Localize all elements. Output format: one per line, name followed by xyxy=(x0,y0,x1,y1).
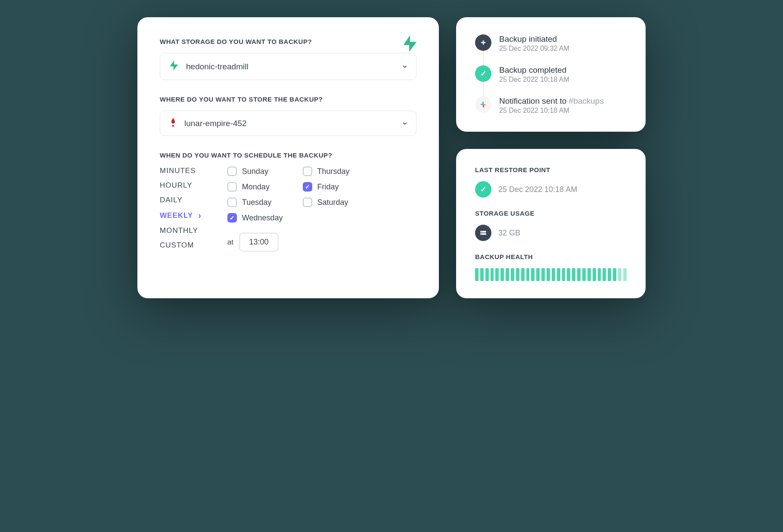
health-bar xyxy=(475,268,627,281)
restore-point-value: 25 Dec 2022 10:18 AM xyxy=(498,185,577,194)
disk-icon xyxy=(475,225,491,241)
at-label: at xyxy=(227,238,233,247)
day-label: Saturday xyxy=(317,198,348,207)
checkbox-icon xyxy=(227,167,237,176)
timeline-title: Backup completed xyxy=(499,65,569,75)
day-label: Sunday xyxy=(242,167,268,176)
day-thursday[interactable]: Thursday xyxy=(303,167,358,176)
day-label: Thursday xyxy=(317,167,350,176)
day-sunday[interactable]: Sunday xyxy=(227,167,283,176)
storage-select-value: hedonic-treadmill xyxy=(186,62,395,71)
frequency-minutes[interactable]: MINUTES xyxy=(160,167,202,175)
check-icon: ✓ xyxy=(475,65,491,82)
backup-config-card: WHAT STORAGE DO YOU WANT TO BACKUP? hedo… xyxy=(137,17,439,298)
day-picker: Sunday Thursday Monday Friday Tuesday xyxy=(227,167,358,251)
plus-icon: + xyxy=(475,34,491,51)
frequency-list: MINUTES HOURLY DAILY WEEKLY MONTHLY CUST… xyxy=(160,167,202,251)
destination-select-value: lunar-empire-452 xyxy=(184,119,395,128)
destination-question-label: WHERE DO YOU WANT TO STORE THE BACKUP? xyxy=(160,96,416,103)
checkbox-checked-icon xyxy=(227,213,237,223)
timeline-timestamp: 25 Dec 2022 09:32 AM xyxy=(499,45,569,53)
timeline-timestamp: 25 Dec 2022 10:18 AM xyxy=(499,107,604,114)
chevron-down-icon xyxy=(401,120,408,127)
schedule-question-label: WHEN DO YOU WANT TO SCHEDULE THE BACKUP? xyxy=(160,152,416,159)
svg-rect-4 xyxy=(480,231,486,233)
day-wednesday[interactable]: Wednesday xyxy=(227,213,283,223)
slack-icon xyxy=(475,96,491,113)
svg-rect-3 xyxy=(483,105,484,108)
chevron-down-icon xyxy=(401,63,408,70)
activity-timeline-card: + Backup initiated 25 Dec 2022 09:32 AM … xyxy=(456,17,646,132)
checkbox-icon xyxy=(303,167,312,176)
backblaze-icon xyxy=(168,117,178,130)
frequency-weekly[interactable]: WEEKLY xyxy=(160,210,202,220)
storage-question-label: WHAT STORAGE DO YOU WANT TO BACKUP? xyxy=(160,38,416,45)
checkbox-icon xyxy=(227,182,237,192)
frequency-custom[interactable]: CUSTOM xyxy=(160,241,202,250)
status-card: LAST RESTORE POINT ✓ 25 Dec 2022 10:18 A… xyxy=(456,149,646,298)
slack-channel: #backups xyxy=(569,96,604,105)
day-label: Monday xyxy=(242,182,270,192)
backup-health-label: BACKUP HEALTH xyxy=(475,253,627,260)
day-saturday[interactable]: Saturday xyxy=(303,198,358,207)
destination-select[interactable]: lunar-empire-452 xyxy=(160,111,416,136)
supabase-logo-icon xyxy=(400,34,420,55)
supabase-icon xyxy=(168,59,180,74)
timeline-item-notification: Notification sent to #backups 25 Dec 202… xyxy=(475,96,627,114)
storage-usage-label: STORAGE USAGE xyxy=(475,210,627,217)
checkbox-icon xyxy=(303,198,312,207)
day-label: Wednesday xyxy=(242,213,283,223)
storage-select[interactable]: hedonic-treadmill xyxy=(160,53,416,80)
svg-point-7 xyxy=(482,234,482,235)
restore-point-label: LAST RESTORE POINT xyxy=(475,166,627,173)
svg-point-6 xyxy=(482,232,482,232)
svg-rect-2 xyxy=(482,102,484,105)
day-monday[interactable]: Monday xyxy=(227,182,283,192)
frequency-daily[interactable]: DAILY xyxy=(160,196,202,204)
day-tuesday[interactable]: Tuesday xyxy=(227,198,283,207)
timeline-item-completed: ✓ Backup completed 25 Dec 2022 10:18 AM xyxy=(475,65,627,84)
time-input[interactable] xyxy=(239,233,278,251)
timeline-timestamp: 25 Dec 2022 10:18 AM xyxy=(499,76,569,84)
checkbox-checked-icon xyxy=(303,182,312,192)
timeline-title: Notification sent to #backups xyxy=(499,96,604,106)
checkbox-icon xyxy=(227,198,237,207)
svg-rect-5 xyxy=(480,233,486,235)
frequency-monthly[interactable]: MONTHLY xyxy=(160,226,202,235)
day-label: Friday xyxy=(317,182,339,192)
frequency-hourly[interactable]: HOURLY xyxy=(160,181,202,190)
timeline-item-initiated: + Backup initiated 25 Dec 2022 09:32 AM xyxy=(475,34,627,53)
day-label: Tuesday xyxy=(242,198,271,207)
timeline-title: Backup initiated xyxy=(499,34,569,44)
check-icon: ✓ xyxy=(475,181,491,198)
day-friday[interactable]: Friday xyxy=(303,182,358,192)
storage-usage-value: 32 GB xyxy=(498,229,520,238)
